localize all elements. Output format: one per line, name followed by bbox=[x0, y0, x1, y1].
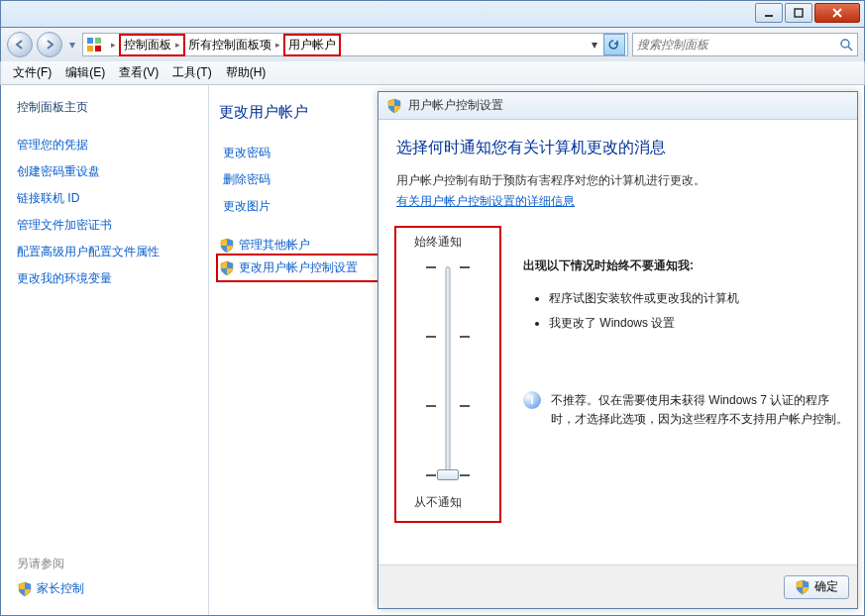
menu-help[interactable]: 帮助(H) bbox=[220, 62, 272, 83]
breadcrumb-all-items[interactable]: 所有控制面板项▸ bbox=[184, 35, 284, 55]
ok-button[interactable]: 确定 bbox=[784, 575, 849, 599]
uac-desc: 用户帐户控制有助于预防有害程序对您的计算机进行更改。 bbox=[396, 172, 857, 189]
manage-accounts-link[interactable]: 管理其他帐户 bbox=[219, 234, 378, 257]
uac-slider-box: 始终通知 从不通知 bbox=[396, 228, 499, 521]
menu-tools[interactable]: 工具(T) bbox=[166, 62, 217, 83]
breadcrumb-control-panel[interactable]: 控制面板▸ bbox=[120, 35, 184, 55]
search-icon bbox=[839, 38, 853, 51]
sidebar-link[interactable]: 管理您的凭据 bbox=[11, 132, 198, 158]
slider-top-label: 始终通知 bbox=[406, 234, 489, 251]
shield-icon bbox=[386, 98, 402, 114]
uac-message-heading: 出现以下情况时始终不要通知我: bbox=[523, 257, 857, 274]
address-dropdown-icon[interactable]: ▾ bbox=[588, 38, 601, 51]
shield-icon bbox=[219, 260, 235, 276]
svg-point-8 bbox=[841, 40, 849, 48]
change-picture-link[interactable]: 更改图片 bbox=[219, 193, 378, 220]
control-panel-icon bbox=[85, 36, 103, 53]
page-title: 更改用户帐户 bbox=[219, 103, 378, 122]
sidebar-link[interactable]: 创建密码重设盘 bbox=[11, 158, 198, 185]
breadcrumb-label: 控制面板 bbox=[124, 37, 171, 53]
action-label: 管理其他帐户 bbox=[239, 237, 310, 254]
breadcrumb-user-accounts[interactable]: 用户帐户 bbox=[284, 35, 340, 55]
uac-window-title: 用户帐户控制设置 bbox=[378, 92, 857, 120]
address-bar[interactable]: ▸ 控制面板▸ 所有控制面板项▸ 用户帐户 ▾ bbox=[82, 33, 628, 56]
uac-recommend: i 不推荐。仅在需要使用未获得 Windows 7 认证的程序时，才选择此选项，… bbox=[523, 391, 857, 429]
sidebar-link[interactable]: 更改我的环境变量 bbox=[11, 265, 198, 292]
back-button[interactable] bbox=[7, 32, 33, 57]
uac-title-label: 用户帐户控制设置 bbox=[408, 97, 503, 114]
sidebar-link[interactable]: 配置高级用户配置文件属性 bbox=[11, 239, 198, 265]
uac-message: 出现以下情况时始终不要通知我: 程序试图安装软件或更改我的计算机 我更改了 Wi… bbox=[523, 228, 857, 429]
shield-icon bbox=[795, 579, 811, 595]
search-box[interactable] bbox=[632, 33, 858, 56]
search-input[interactable] bbox=[637, 38, 839, 51]
maximize-button[interactable] bbox=[785, 3, 812, 23]
breadcrumb-root-arrow[interactable]: ▸ bbox=[105, 38, 120, 51]
uac-slider-area: 始终通知 从不通知 出现以下情况时始终不要通知我: 程序试图安装软件或更改我 bbox=[396, 228, 857, 521]
sidebar-link[interactable]: 管理文件加密证书 bbox=[11, 212, 198, 239]
remove-password-link[interactable]: 删除密码 bbox=[219, 166, 378, 193]
refresh-button[interactable] bbox=[603, 34, 625, 55]
uac-recommend-text: 不推荐。仅在需要使用未获得 Windows 7 认证的程序时，才选择此选项，因为… bbox=[551, 391, 853, 429]
control-panel-sidebar: 控制面板主页 管理您的凭据 创建密码重设盘 链接联机 ID 管理文件加密证书 配… bbox=[1, 85, 209, 615]
address-row: ▾ ▸ 控制面板▸ 所有控制面板项▸ 用户帐户 ▾ bbox=[0, 28, 865, 61]
uac-settings-window: 用户帐户控制设置 选择何时通知您有关计算机更改的消息 用户帐户控制有助于预防有害… bbox=[378, 91, 858, 609]
shield-icon bbox=[17, 581, 33, 597]
slider-bottom-label: 从不通知 bbox=[406, 494, 489, 511]
uac-more-info-link[interactable]: 有关用户帐户控制设置的详细信息 bbox=[396, 193, 575, 210]
action-label: 更改用户帐户控制设置 bbox=[239, 259, 358, 276]
svg-rect-4 bbox=[87, 38, 93, 44]
menu-view[interactable]: 查看(V) bbox=[113, 62, 164, 83]
body: 控制面板主页 管理您的凭据 创建密码重设盘 链接联机 ID 管理文件加密证书 配… bbox=[0, 85, 865, 616]
svg-rect-1 bbox=[795, 9, 803, 17]
ok-label: 确定 bbox=[814, 578, 838, 595]
shield-icon bbox=[219, 238, 235, 254]
sidebar-link[interactable]: 链接联机 ID bbox=[11, 185, 198, 212]
uac-footer: 确定 bbox=[378, 565, 857, 608]
change-uac-settings-link[interactable]: 更改用户帐户控制设置 bbox=[219, 257, 378, 279]
svg-line-9 bbox=[848, 47, 852, 51]
menu-edit[interactable]: 编辑(E) bbox=[59, 62, 111, 83]
see-also-heading: 另请参阅 bbox=[11, 552, 198, 576]
parental-controls-link[interactable]: 家长控制 bbox=[11, 576, 198, 601]
breadcrumb-label: 所有控制面板项 bbox=[188, 37, 271, 53]
menu-file[interactable]: 文件(F) bbox=[7, 62, 57, 83]
info-icon: i bbox=[523, 391, 541, 409]
slider-thumb[interactable] bbox=[437, 469, 459, 480]
uac-heading: 选择何时通知您有关计算机更改的消息 bbox=[396, 138, 857, 158]
uac-bullet: 程序试图安装软件或更改我的计算机 bbox=[549, 286, 857, 311]
svg-rect-5 bbox=[95, 38, 101, 44]
menu-bar: 文件(F) 编辑(E) 查看(V) 工具(T) 帮助(H) bbox=[0, 61, 865, 85]
uac-bullet: 我更改了 Windows 设置 bbox=[549, 311, 857, 336]
parental-label: 家长控制 bbox=[37, 580, 84, 597]
history-dropdown[interactable]: ▾ bbox=[66, 35, 78, 54]
minimize-button[interactable] bbox=[755, 3, 783, 23]
svg-rect-6 bbox=[87, 46, 93, 51]
uac-body: 选择何时通知您有关计算机更改的消息 用户帐户控制有助于预防有害程序对您的计算机进… bbox=[378, 120, 857, 565]
window-titlebar bbox=[0, 0, 865, 28]
close-button[interactable] bbox=[814, 3, 860, 23]
forward-button[interactable] bbox=[37, 32, 62, 57]
uac-slider[interactable] bbox=[418, 258, 478, 486]
breadcrumb-label: 用户帐户 bbox=[288, 37, 336, 53]
user-accounts-pane: 更改用户帐户 更改密码 删除密码 更改图片 管理其他帐户 更改用户帐户控制设置 bbox=[209, 85, 378, 615]
control-panel-home[interactable]: 控制面板主页 bbox=[11, 99, 198, 116]
svg-rect-7 bbox=[95, 46, 101, 51]
change-password-link[interactable]: 更改密码 bbox=[219, 140, 378, 166]
